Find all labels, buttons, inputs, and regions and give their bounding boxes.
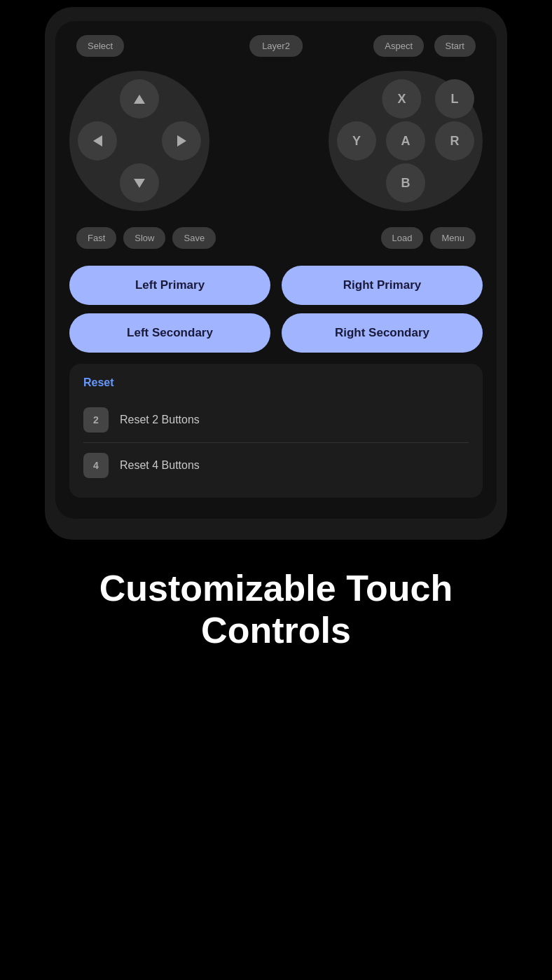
aspect-button[interactable]: Aspect bbox=[373, 35, 424, 57]
bottom-left-buttons: Fast Slow Save bbox=[76, 227, 216, 249]
face-r-button[interactable]: R bbox=[435, 121, 474, 161]
arrow-left-icon bbox=[93, 135, 102, 147]
dpad-container bbox=[69, 71, 209, 211]
top-row-left: Select bbox=[76, 35, 124, 57]
dpad-down-button[interactable] bbox=[120, 163, 159, 203]
slow-button[interactable]: Slow bbox=[123, 227, 165, 249]
face-a-button[interactable]: A bbox=[386, 121, 425, 161]
dpad-up-button[interactable] bbox=[120, 79, 159, 118]
top-row: Select Layer2 Aspect Start bbox=[62, 35, 490, 57]
reset-4-label: Reset 4 Buttons bbox=[120, 459, 200, 472]
face-b-button[interactable]: B bbox=[386, 163, 425, 203]
arrow-down-icon bbox=[134, 179, 145, 188]
face-container: X L Y A R B bbox=[329, 71, 483, 211]
reset-divider bbox=[83, 442, 469, 443]
action-buttons-row2: Left Secondary Right Secondary bbox=[62, 305, 490, 353]
arrow-right-icon bbox=[177, 135, 186, 147]
dpad-left-button[interactable] bbox=[78, 121, 117, 161]
face-y-button[interactable]: Y bbox=[337, 121, 376, 161]
controller-area: Select Layer2 Aspect Start bbox=[55, 21, 497, 519]
right-secondary-button[interactable]: Right Secondary bbox=[282, 313, 483, 353]
left-primary-button[interactable]: Left Primary bbox=[69, 266, 270, 305]
select-button[interactable]: Select bbox=[76, 35, 124, 57]
face-l-button[interactable]: L bbox=[435, 79, 474, 118]
top-row-right: Aspect Start bbox=[373, 35, 476, 57]
footer-title: Customizable Touch Controls bbox=[0, 540, 552, 680]
start-button[interactable]: Start bbox=[434, 35, 476, 57]
face-x-button[interactable]: X bbox=[382, 79, 421, 118]
layer2-button[interactable]: Layer2 bbox=[249, 35, 303, 57]
reset-2-icon: 2 bbox=[83, 407, 109, 433]
menu-button[interactable]: Menu bbox=[430, 227, 476, 249]
reset-4-buttons-item[interactable]: 4 Reset 4 Buttons bbox=[83, 446, 469, 485]
reset-title: Reset bbox=[83, 376, 469, 389]
dpad-right-button[interactable] bbox=[162, 121, 201, 161]
right-primary-button[interactable]: Right Primary bbox=[282, 266, 483, 305]
reset-4-icon: 4 bbox=[83, 453, 109, 478]
phone-frame: Select Layer2 Aspect Start bbox=[45, 7, 507, 540]
action-buttons-row1: Left Primary Right Primary bbox=[62, 254, 490, 305]
load-button[interactable]: Load bbox=[381, 227, 424, 249]
buttons-row: X L Y A R B bbox=[62, 64, 490, 218]
reset-2-buttons-item[interactable]: 2 Reset 2 Buttons bbox=[83, 400, 469, 440]
bottom-ctrl-row: Fast Slow Save Load Menu bbox=[62, 222, 490, 254]
bottom-right-buttons: Load Menu bbox=[381, 227, 476, 249]
left-secondary-button[interactable]: Left Secondary bbox=[69, 313, 270, 353]
save-button[interactable]: Save bbox=[172, 227, 216, 249]
arrow-up-icon bbox=[134, 95, 145, 104]
reset-2-label: Reset 2 Buttons bbox=[120, 414, 200, 426]
fast-button[interactable]: Fast bbox=[76, 227, 116, 249]
reset-section: Reset 2 Reset 2 Buttons 4 Reset 4 Button… bbox=[69, 364, 483, 498]
